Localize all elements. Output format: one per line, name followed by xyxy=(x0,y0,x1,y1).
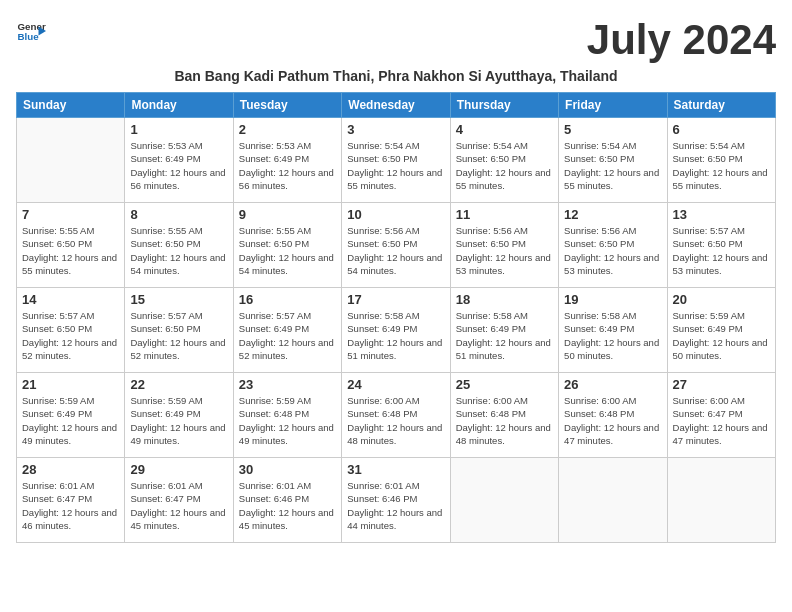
day-number: 28 xyxy=(22,462,119,477)
day-number: 20 xyxy=(673,292,770,307)
calendar-week-row: 1Sunrise: 5:53 AMSunset: 6:49 PMDaylight… xyxy=(17,118,776,203)
calendar-cell: 8Sunrise: 5:55 AMSunset: 6:50 PMDaylight… xyxy=(125,203,233,288)
month-title: July 2024 xyxy=(587,16,776,64)
calendar-cell: 24Sunrise: 6:00 AMSunset: 6:48 PMDayligh… xyxy=(342,373,450,458)
page-header: General Blue July 2024 xyxy=(16,16,776,64)
day-number: 8 xyxy=(130,207,227,222)
header-tuesday: Tuesday xyxy=(233,93,341,118)
day-number: 25 xyxy=(456,377,553,392)
calendar-cell: 4Sunrise: 5:54 AMSunset: 6:50 PMDaylight… xyxy=(450,118,558,203)
day-number: 1 xyxy=(130,122,227,137)
day-info: Sunrise: 5:56 AMSunset: 6:50 PMDaylight:… xyxy=(456,224,553,277)
calendar-week-row: 21Sunrise: 5:59 AMSunset: 6:49 PMDayligh… xyxy=(17,373,776,458)
day-info: Sunrise: 5:55 AMSunset: 6:50 PMDaylight:… xyxy=(130,224,227,277)
day-info: Sunrise: 5:56 AMSunset: 6:50 PMDaylight:… xyxy=(564,224,661,277)
day-info: Sunrise: 6:00 AMSunset: 6:48 PMDaylight:… xyxy=(564,394,661,447)
header-friday: Friday xyxy=(559,93,667,118)
day-info: Sunrise: 5:57 AMSunset: 6:49 PMDaylight:… xyxy=(239,309,336,362)
day-number: 17 xyxy=(347,292,444,307)
day-info: Sunrise: 6:01 AMSunset: 6:47 PMDaylight:… xyxy=(130,479,227,532)
day-info: Sunrise: 5:54 AMSunset: 6:50 PMDaylight:… xyxy=(564,139,661,192)
calendar-cell: 18Sunrise: 5:58 AMSunset: 6:49 PMDayligh… xyxy=(450,288,558,373)
day-info: Sunrise: 5:53 AMSunset: 6:49 PMDaylight:… xyxy=(130,139,227,192)
calendar-cell: 20Sunrise: 5:59 AMSunset: 6:49 PMDayligh… xyxy=(667,288,775,373)
day-number: 24 xyxy=(347,377,444,392)
calendar-cell xyxy=(667,458,775,543)
day-info: Sunrise: 6:00 AMSunset: 6:48 PMDaylight:… xyxy=(347,394,444,447)
svg-text:Blue: Blue xyxy=(18,31,40,42)
calendar-cell: 28Sunrise: 6:01 AMSunset: 6:47 PMDayligh… xyxy=(17,458,125,543)
calendar-cell: 5Sunrise: 5:54 AMSunset: 6:50 PMDaylight… xyxy=(559,118,667,203)
header-monday: Monday xyxy=(125,93,233,118)
day-info: Sunrise: 5:55 AMSunset: 6:50 PMDaylight:… xyxy=(239,224,336,277)
day-info: Sunrise: 5:59 AMSunset: 6:48 PMDaylight:… xyxy=(239,394,336,447)
day-number: 16 xyxy=(239,292,336,307)
calendar-cell: 14Sunrise: 5:57 AMSunset: 6:50 PMDayligh… xyxy=(17,288,125,373)
day-number: 9 xyxy=(239,207,336,222)
header-saturday: Saturday xyxy=(667,93,775,118)
day-info: Sunrise: 5:57 AMSunset: 6:50 PMDaylight:… xyxy=(130,309,227,362)
day-number: 27 xyxy=(673,377,770,392)
day-info: Sunrise: 5:55 AMSunset: 6:50 PMDaylight:… xyxy=(22,224,119,277)
calendar-cell: 3Sunrise: 5:54 AMSunset: 6:50 PMDaylight… xyxy=(342,118,450,203)
day-number: 23 xyxy=(239,377,336,392)
day-number: 26 xyxy=(564,377,661,392)
day-info: Sunrise: 5:53 AMSunset: 6:49 PMDaylight:… xyxy=(239,139,336,192)
calendar-cell: 13Sunrise: 5:57 AMSunset: 6:50 PMDayligh… xyxy=(667,203,775,288)
day-info: Sunrise: 6:00 AMSunset: 6:47 PMDaylight:… xyxy=(673,394,770,447)
calendar-cell: 19Sunrise: 5:58 AMSunset: 6:49 PMDayligh… xyxy=(559,288,667,373)
day-number: 21 xyxy=(22,377,119,392)
day-info: Sunrise: 5:54 AMSunset: 6:50 PMDaylight:… xyxy=(456,139,553,192)
day-info: Sunrise: 5:57 AMSunset: 6:50 PMDaylight:… xyxy=(22,309,119,362)
header-sunday: Sunday xyxy=(17,93,125,118)
calendar-cell: 12Sunrise: 5:56 AMSunset: 6:50 PMDayligh… xyxy=(559,203,667,288)
calendar-cell: 22Sunrise: 5:59 AMSunset: 6:49 PMDayligh… xyxy=(125,373,233,458)
day-number: 18 xyxy=(456,292,553,307)
calendar-cell: 7Sunrise: 5:55 AMSunset: 6:50 PMDaylight… xyxy=(17,203,125,288)
logo-icon: General Blue xyxy=(16,16,46,46)
day-number: 13 xyxy=(673,207,770,222)
calendar-cell: 2Sunrise: 5:53 AMSunset: 6:49 PMDaylight… xyxy=(233,118,341,203)
day-number: 11 xyxy=(456,207,553,222)
calendar-header-row: SundayMondayTuesdayWednesdayThursdayFrid… xyxy=(17,93,776,118)
day-number: 6 xyxy=(673,122,770,137)
day-info: Sunrise: 5:59 AMSunset: 6:49 PMDaylight:… xyxy=(130,394,227,447)
calendar-cell: 27Sunrise: 6:00 AMSunset: 6:47 PMDayligh… xyxy=(667,373,775,458)
day-number: 19 xyxy=(564,292,661,307)
calendar-cell: 21Sunrise: 5:59 AMSunset: 6:49 PMDayligh… xyxy=(17,373,125,458)
calendar-week-row: 14Sunrise: 5:57 AMSunset: 6:50 PMDayligh… xyxy=(17,288,776,373)
calendar-cell xyxy=(450,458,558,543)
day-info: Sunrise: 5:58 AMSunset: 6:49 PMDaylight:… xyxy=(347,309,444,362)
logo: General Blue xyxy=(16,16,48,46)
calendar-cell: 30Sunrise: 6:01 AMSunset: 6:46 PMDayligh… xyxy=(233,458,341,543)
day-number: 4 xyxy=(456,122,553,137)
calendar-cell: 26Sunrise: 6:00 AMSunset: 6:48 PMDayligh… xyxy=(559,373,667,458)
day-number: 30 xyxy=(239,462,336,477)
day-info: Sunrise: 6:01 AMSunset: 6:46 PMDaylight:… xyxy=(239,479,336,532)
day-number: 10 xyxy=(347,207,444,222)
day-number: 7 xyxy=(22,207,119,222)
day-info: Sunrise: 6:01 AMSunset: 6:46 PMDaylight:… xyxy=(347,479,444,532)
day-info: Sunrise: 5:56 AMSunset: 6:50 PMDaylight:… xyxy=(347,224,444,277)
day-info: Sunrise: 5:58 AMSunset: 6:49 PMDaylight:… xyxy=(456,309,553,362)
day-number: 31 xyxy=(347,462,444,477)
day-number: 2 xyxy=(239,122,336,137)
day-info: Sunrise: 5:54 AMSunset: 6:50 PMDaylight:… xyxy=(673,139,770,192)
day-info: Sunrise: 5:54 AMSunset: 6:50 PMDaylight:… xyxy=(347,139,444,192)
day-number: 22 xyxy=(130,377,227,392)
calendar-cell: 6Sunrise: 5:54 AMSunset: 6:50 PMDaylight… xyxy=(667,118,775,203)
day-info: Sunrise: 6:00 AMSunset: 6:48 PMDaylight:… xyxy=(456,394,553,447)
day-number: 12 xyxy=(564,207,661,222)
calendar-cell: 15Sunrise: 5:57 AMSunset: 6:50 PMDayligh… xyxy=(125,288,233,373)
calendar-cell: 31Sunrise: 6:01 AMSunset: 6:46 PMDayligh… xyxy=(342,458,450,543)
day-info: Sunrise: 5:57 AMSunset: 6:50 PMDaylight:… xyxy=(673,224,770,277)
calendar-cell xyxy=(17,118,125,203)
calendar-week-row: 7Sunrise: 5:55 AMSunset: 6:50 PMDaylight… xyxy=(17,203,776,288)
calendar-cell: 17Sunrise: 5:58 AMSunset: 6:49 PMDayligh… xyxy=(342,288,450,373)
calendar-cell: 10Sunrise: 5:56 AMSunset: 6:50 PMDayligh… xyxy=(342,203,450,288)
calendar-cell: 11Sunrise: 5:56 AMSunset: 6:50 PMDayligh… xyxy=(450,203,558,288)
day-number: 5 xyxy=(564,122,661,137)
calendar-cell: 29Sunrise: 6:01 AMSunset: 6:47 PMDayligh… xyxy=(125,458,233,543)
header-thursday: Thursday xyxy=(450,93,558,118)
day-number: 3 xyxy=(347,122,444,137)
